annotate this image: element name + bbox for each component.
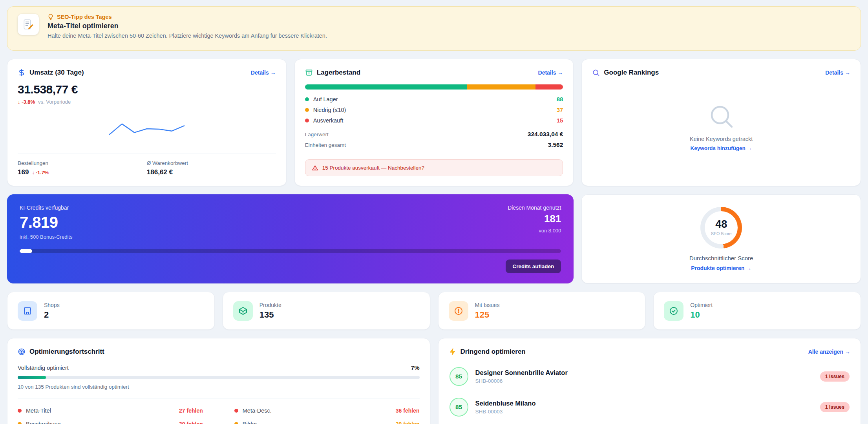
credits-used-total: von 8.000 (508, 228, 561, 234)
inventory-legend-value-0: 88 (557, 96, 563, 102)
stat-issues-label: Mit Issues (475, 302, 500, 308)
urgent-list: 85 Designer Sonnenbrille Aviator SHB-000… (449, 361, 851, 422)
stat-optimized-value: 10 (690, 310, 713, 320)
seo-score-caption: Durchschnittlicher Score (689, 255, 753, 261)
field-row-description: Beschreibung 30 fehlen (18, 421, 203, 424)
credits-available-block: KI-Credits verfügbar 7.819 inkl. 500 Bon… (20, 205, 72, 240)
inventory-title: Lagerbestand (317, 69, 360, 77)
store-icon (18, 301, 37, 321)
seo-score-gauge-label: SEO Score (711, 231, 732, 236)
field-row-meta-desc: Meta-Desc. 36 fehlen (234, 408, 420, 414)
tip-row: SEO-Tipp des Tages (48, 14, 327, 20)
warning-triangle-icon (312, 164, 318, 171)
urgent-item-1-text: Seidenbluse Milano SHB-00003 (475, 400, 536, 415)
units-label: Einheiten gesamt (305, 142, 346, 148)
stat-card-optimized: Optimiert 10 (653, 292, 861, 330)
stat-shops-value: 2 (44, 310, 60, 320)
optimization-progress-fill (18, 376, 46, 379)
orders-stat: Bestellungen 169 ↓ -1.7% (18, 160, 147, 176)
field-label-description: Beschreibung (26, 421, 61, 424)
inventory-details-link[interactable]: Details → (538, 69, 563, 76)
ai-credits-card: KI-Credits verfügbar 7.819 inkl. 500 Bon… (7, 194, 574, 283)
inventory-card: Lagerbestand Details → Auf Lager 88 Nied… (294, 59, 574, 186)
optimization-title: Optimierungsfortschritt (29, 348, 104, 356)
seo-score-gauge: 48 SEO Score (700, 207, 742, 249)
inventory-legend-value-1: 37 (557, 106, 563, 113)
field-label-images: Bilder (243, 421, 257, 424)
product-sku-0: SHB-00006 (475, 378, 568, 384)
revenue-card-header: Umsatz (30 Tage) Details → (18, 69, 276, 77)
urgent-item-0[interactable]: 85 Designer Sonnenbrille Aviator SHB-000… (449, 361, 851, 392)
rankings-details-link[interactable]: Details → (825, 69, 850, 76)
legend-label-sold-out: Ausverkauft (313, 117, 344, 124)
stat-issues-text: Mit Issues 125 (475, 302, 500, 320)
credits-used-value: 181 (508, 213, 561, 225)
inventory-legend-dot-1 (305, 108, 309, 112)
orders-value: 169 (18, 168, 29, 176)
inventory-card-header: Lagerbestand Details → (305, 69, 563, 77)
recharge-credits-button[interactable]: Credits aufladen (506, 260, 561, 273)
field-count-2: 30 fehlen (179, 421, 203, 424)
tip-title: Meta-Titel optimieren (48, 22, 327, 30)
urgent-item-1[interactable]: 85 Seidenbluse Milano SHB-00003 1 Issues (449, 392, 851, 422)
add-keywords-link[interactable]: Keywords hinzufügen → (690, 145, 752, 151)
credits-top: KI-Credits verfügbar 7.819 inkl. 500 Bon… (20, 205, 561, 240)
lightbulb-icon (48, 14, 54, 20)
field-label-meta-desc: Meta-Desc. (243, 408, 272, 414)
bottom-row: Optimierungsfortschritt Vollständig opti… (7, 338, 861, 424)
stat-issues-value: 125 (475, 310, 500, 320)
field-dot-2 (18, 422, 22, 424)
stock-value-row: Lagerwert 324.033,04 € (305, 131, 563, 138)
credits-bonus-note: inkl. 500 Bonus-Credits (20, 234, 72, 240)
stat-products-label: Produkte (259, 302, 281, 308)
alert-text: 15 Produkte ausverkauft — Nachbestellen? (322, 165, 424, 171)
optimization-progress-card: Optimierungsfortschritt Vollständig opti… (7, 338, 430, 424)
optimization-caption: 10 von 135 Produkten sind vollständig op… (18, 384, 420, 390)
revenue-change: ↓ -3.8% (18, 99, 35, 105)
missing-fields-grid: Meta-Titel 27 fehlen Meta-Desc. 36 fehle… (18, 398, 420, 424)
seo-tip-banner: SEO-Tipp des Tages Meta-Titel optimieren… (7, 6, 861, 51)
credits-available-label: KI-Credits verfügbar (20, 205, 72, 211)
field-count-1: 36 fehlen (396, 408, 420, 414)
rankings-card-header: Google Rankings Details → (592, 69, 850, 77)
rankings-card: Google Rankings Details → Keine Keywords… (581, 59, 861, 186)
package-icon (233, 301, 253, 321)
optimization-row-label: Vollständig optimiert (18, 365, 69, 371)
revenue-details-link[interactable]: Details → (251, 69, 276, 76)
zap-icon (449, 348, 457, 356)
banner-text: SEO-Tipp des Tages Meta-Titel optimieren… (48, 14, 327, 39)
view-all-link[interactable]: Alle anzeigen → (808, 349, 850, 355)
seo-score-card: 48 SEO Score Durchschnittlicher Score Pr… (581, 194, 861, 283)
stock-value: 324.033,04 € (528, 131, 563, 138)
stock-level-bar (305, 84, 563, 90)
inventory-legend-value-2: 15 (557, 117, 563, 124)
credits-actions: Credits aufladen (20, 260, 561, 273)
field-row-meta-title: Meta-Titel 27 fehlen (18, 408, 203, 414)
legend-label-low: Niedrig (≤10) (313, 107, 346, 113)
score-badge-1: 85 (450, 398, 468, 417)
credits-row: KI-Credits verfügbar 7.819 inkl. 500 Bon… (7, 194, 861, 283)
field-count-0: 27 fehlen (179, 408, 203, 414)
inventory-totals: Lagerwert 324.033,04 € Einheiten gesamt … (305, 131, 563, 148)
revenue-footer: Bestellungen 169 ↓ -1.7% Ø Warenkorbwert… (18, 154, 276, 176)
credits-used-block: Diesen Monat genutzt 181 von 8.000 (508, 205, 561, 234)
dashboard-page: SEO-Tipp des Tages Meta-Titel optimieren… (0, 0, 868, 424)
urgent-title: Dringend optimieren (460, 348, 526, 356)
units-row: Einheiten gesamt 3.562 (305, 141, 563, 148)
optimization-progress (18, 376, 420, 379)
optimize-products-link[interactable]: Produkte optimieren → (691, 265, 751, 271)
revenue-change-context: vs. Vorperiode (38, 99, 71, 105)
stat-optimized-label: Optimiert (690, 302, 713, 308)
seo-score-gauge-inner: 48 SEO Score (705, 211, 738, 244)
issues-pill-0: 1 Issues (820, 371, 850, 382)
basket-stat: Ø Warenkorbwert 186,62 € (147, 160, 276, 176)
credits-available-value: 7.819 (20, 214, 72, 231)
search-icon (592, 69, 600, 77)
orders-label: Bestellungen (18, 160, 147, 166)
product-name-0: Designer Sonnenbrille Aviator (475, 369, 568, 376)
stat-card-shops: Shops 2 (7, 292, 215, 330)
score-badge-0: 85 (450, 367, 468, 386)
stat-shops-text: Shops 2 (44, 302, 60, 320)
stat-products-text: Produkte 135 (259, 302, 281, 320)
units-value: 3.562 (548, 141, 563, 148)
